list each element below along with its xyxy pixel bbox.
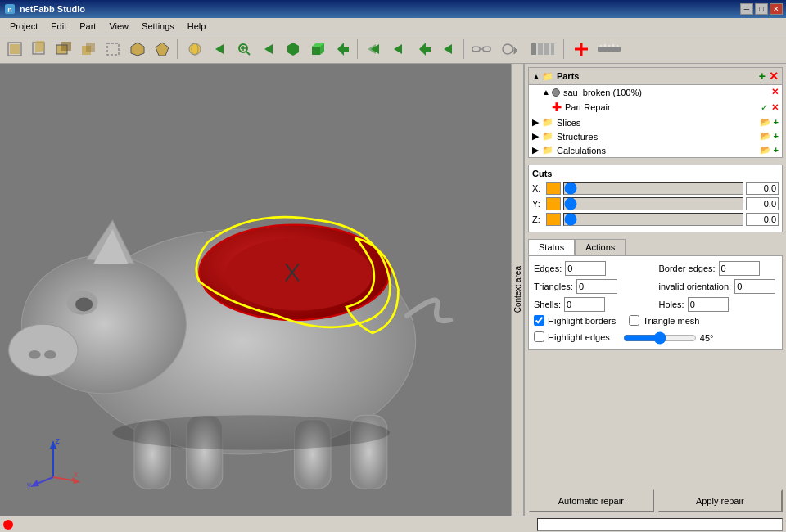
- toolbar-nav-left[interactable]: [208, 38, 231, 61]
- cut-x-slider-container: [563, 182, 743, 195]
- repair-check[interactable]: ✓: [761, 102, 768, 113]
- svg-rect-11: [107, 43, 119, 55]
- shells-value[interactable]: [564, 297, 605, 312]
- close-button[interactable]: ✕: [770, 3, 783, 15]
- menu-part[interactable]: Part: [73, 20, 102, 33]
- menu-edit[interactable]: Edit: [44, 20, 73, 33]
- viewport[interactable]: z y x: [0, 64, 511, 516]
- cut-z-slider[interactable]: [564, 214, 743, 225]
- toolbar-cube-green[interactable]: [306, 38, 329, 61]
- cut-x-btn[interactable]: [546, 182, 561, 195]
- invalid-orient-value[interactable]: [734, 279, 775, 294]
- holes-value[interactable]: [688, 297, 729, 312]
- stat-shells: Shells:: [534, 297, 653, 312]
- menu-help[interactable]: Help: [181, 20, 213, 33]
- svg-rect-39: [544, 43, 549, 55]
- angle-slider[interactable]: [623, 331, 697, 345]
- structures-actions: 📂 +: [760, 131, 779, 142]
- svg-line-18: [246, 52, 250, 55]
- cut-row-z: Z:: [532, 213, 779, 226]
- tree-item-slices[interactable]: ▶ 📁 Slices 📂 +: [529, 115, 782, 129]
- slices-add-icon[interactable]: +: [774, 117, 779, 127]
- toolbar-nav4[interactable]: [364, 38, 386, 61]
- toolbar-view2[interactable]: [28, 38, 51, 61]
- tree-item-repair[interactable]: ✚ Part Repair ✓ ✕: [529, 99, 782, 115]
- parts-remove-btn[interactable]: ✕: [769, 70, 779, 83]
- calc-add-icon[interactable]: +: [774, 145, 779, 155]
- tree-item-part[interactable]: ▲ sau_broken (100%) ✕: [529, 85, 782, 99]
- tab-status[interactable]: Status: [528, 239, 575, 255]
- status-input[interactable]: [537, 518, 783, 531]
- toolbar-view5[interactable]: [102, 38, 124, 61]
- apply-repair-button[interactable]: Apply repair: [657, 489, 784, 512]
- cut-z-value[interactable]: [746, 213, 779, 226]
- parts-add-btn[interactable]: +: [759, 70, 766, 83]
- minimize-button[interactable]: ─: [740, 3, 753, 15]
- toolbar-view7[interactable]: [151, 38, 174, 61]
- cut-x-slider[interactable]: [564, 183, 743, 194]
- title-bar: n netFabb Studio ─ □ ✕: [0, 0, 786, 18]
- toolbar-view6[interactable]: [126, 38, 149, 61]
- toolbar-sep4: [563, 39, 567, 59]
- parts-tree: ▲ 📁 Parts + ✕ ▲ sau_broken (100%) ✕ ✚ Pa…: [528, 67, 783, 158]
- cut-z-btn[interactable]: [546, 213, 561, 226]
- toolbar-ruler[interactable]: [594, 38, 624, 61]
- repair-remove[interactable]: ✕: [771, 102, 779, 113]
- tree-item-calculations[interactable]: ▶ 📁 Calculations 📂 +: [529, 143, 782, 157]
- toolbar-nav7[interactable]: [437, 38, 460, 61]
- svg-point-51: [9, 324, 79, 376]
- structures-open-icon[interactable]: 📂: [760, 131, 771, 141]
- cut-y-slider[interactable]: [564, 198, 743, 210]
- toolbar-chain[interactable]: [470, 38, 493, 61]
- tab-actions[interactable]: Actions: [575, 239, 626, 255]
- cut-row-x: X:: [532, 182, 779, 195]
- toolbar-nav3[interactable]: [331, 38, 354, 61]
- toolbar-zoom[interactable]: [233, 38, 255, 61]
- toolbar-sphere[interactable]: [183, 38, 206, 61]
- tree-part-remove[interactable]: ✕: [771, 87, 779, 97]
- highlight-edges-checkbox[interactable]: [534, 331, 544, 342]
- svg-text:y: y: [27, 480, 31, 489]
- app-icon: n: [3, 2, 16, 16]
- cut-x-value[interactable]: [746, 182, 779, 195]
- highlight-borders-checkbox[interactable]: [534, 315, 544, 326]
- triangle-mesh-checkbox[interactable]: [629, 315, 639, 326]
- stat-invalid-orient: invalid orientation:: [659, 279, 778, 294]
- toolbar-grid[interactable]: [526, 38, 560, 61]
- cut-x-label: X:: [532, 183, 544, 193]
- parts-tree-title: Parts: [557, 71, 759, 81]
- cut-y-value[interactable]: [746, 197, 779, 210]
- structures-add-icon[interactable]: +: [774, 131, 779, 141]
- maximize-button[interactable]: □: [755, 3, 768, 15]
- toolbar-view4[interactable]: [77, 38, 100, 61]
- context-area-strip: Context area: [511, 64, 524, 516]
- menu-project[interactable]: Project: [3, 20, 44, 33]
- slices-open-icon[interactable]: 📂: [760, 117, 771, 127]
- svg-rect-3: [10, 44, 20, 54]
- toolbar-nav6[interactable]: [413, 38, 436, 61]
- svg-marker-31: [444, 44, 452, 54]
- toolbar-nav2[interactable]: [257, 38, 280, 61]
- toolbar-hex[interactable]: [282, 38, 305, 61]
- cut-y-btn[interactable]: [546, 197, 561, 210]
- border-edges-value[interactable]: [719, 261, 760, 276]
- svg-rect-33: [483, 47, 490, 52]
- toolbar-nav5[interactable]: [388, 38, 411, 61]
- toolbar-view1[interactable]: [3, 38, 26, 61]
- toolbar-view3[interactable]: [52, 38, 75, 61]
- menu-view[interactable]: View: [102, 20, 135, 33]
- svg-marker-30: [419, 43, 431, 56]
- status-bar: [0, 516, 786, 532]
- svg-rect-7: [61, 42, 71, 51]
- toolbar-dropdown1[interactable]: [495, 38, 524, 61]
- edges-value[interactable]: [565, 261, 606, 276]
- stat-border-edges: Border edges:: [659, 261, 778, 276]
- calc-open-icon[interactable]: 📂: [760, 145, 771, 155]
- automatic-repair-button[interactable]: Automatic repair: [528, 489, 654, 512]
- menu-settings[interactable]: Settings: [135, 20, 181, 33]
- structures-folder-icon: 📁: [542, 131, 553, 142]
- triangles-value[interactable]: [576, 279, 617, 294]
- stat-edges: Edges:: [534, 261, 653, 276]
- tree-item-structures[interactable]: ▶ 📁 Structures 📂 +: [529, 129, 782, 143]
- toolbar-add-btn[interactable]: [570, 38, 593, 61]
